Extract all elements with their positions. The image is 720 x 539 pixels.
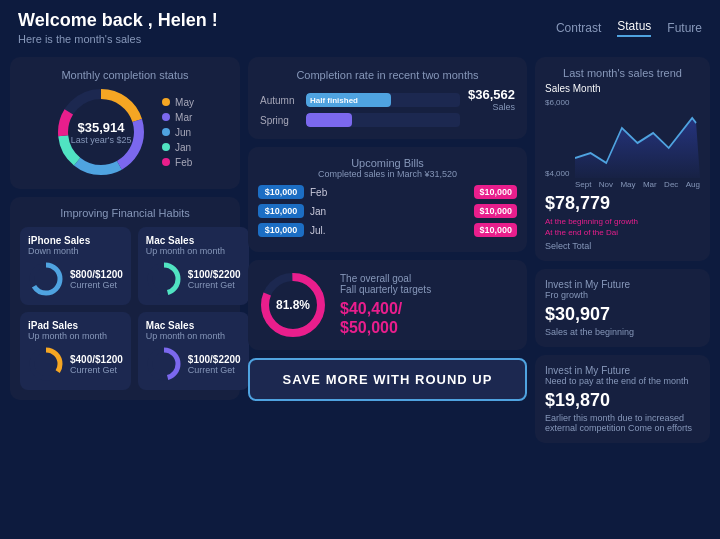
habit-mac2-vals: $100/$2200 Current Get xyxy=(188,354,241,375)
trend-amount: $78,779 xyxy=(545,193,700,214)
header-left: Welcome back , Helen ! Here is the month… xyxy=(18,10,218,45)
trend-card: Last month's sales trend Sales Month $6,… xyxy=(535,57,710,261)
completion-amount-area: $36,562 Sales xyxy=(468,87,515,112)
legend-dot-jun xyxy=(162,128,170,136)
trend-title: Last month's sales trend xyxy=(545,67,700,79)
invest1-title: Invest in My Future xyxy=(545,279,700,290)
habit-mac1: Mac Sales Up month on month $100/$2200 C… xyxy=(138,227,249,305)
goal-pct-label: 81.8% xyxy=(276,298,310,312)
page-title: Welcome back , Helen ! xyxy=(18,10,218,31)
y-label-bottom: $4,000 xyxy=(545,169,569,178)
goal-amounts: $40,400/$50,000 xyxy=(340,299,517,337)
habit-ipad-amount: $400/$1200 xyxy=(70,354,123,365)
comp-row-spring: Spring xyxy=(260,113,460,127)
habit-ipad-vals: $400/$1200 Current Get xyxy=(70,354,123,375)
habit-mac1-sub: Up month on month xyxy=(146,246,241,256)
habit-mac1-donut xyxy=(146,261,182,297)
comp-fill-autumn: Half finished xyxy=(306,93,391,107)
habit-iphone-row: $800/$1200 Current Get xyxy=(28,261,123,297)
comp-track-spring xyxy=(306,113,460,127)
habit-mac2-name: Mac Sales xyxy=(146,320,241,331)
habit-mac2-sub: Up month on month xyxy=(146,331,241,341)
header: Welcome back , Helen ! Here is the month… xyxy=(0,0,720,51)
habit-iphone-sub: Down month xyxy=(28,246,123,256)
habit-ipad-row: $400/$1200 Current Get xyxy=(28,346,123,382)
goal-card: 81.8% The overall goal Fall quarterly ta… xyxy=(248,260,527,350)
legend-dot-may xyxy=(162,98,170,106)
legend-jun: Jun xyxy=(162,127,194,138)
page-subtitle: Here is the month's sales xyxy=(18,33,218,45)
monthly-inner: $35,914 Last year's $25 May Mar xyxy=(22,87,228,177)
bills-card: Upcoming Bills Completed sales in March … xyxy=(248,147,527,252)
comp-label-spring: Spring xyxy=(260,115,298,126)
habit-ipad: iPad Sales Up month on month $400/$1200 … xyxy=(20,312,131,390)
bills-subtitle: Completed sales in March ¥31,520 xyxy=(258,169,517,179)
goal-title: The overall goal Fall quarterly targets xyxy=(340,273,517,295)
y-label-top: $6,000 xyxy=(545,98,569,107)
habits-grid: iPhone Sales Down month $800/$1200 Curre… xyxy=(20,227,230,390)
invest2-card: Invest in My Future Need to pay at the e… xyxy=(535,355,710,443)
legend-may: May xyxy=(162,97,194,108)
legend-jan: Jan xyxy=(162,142,194,153)
bill-row-1: $10,000 Jan $10,000 xyxy=(258,204,517,218)
habits-card: Improving Financial Habits iPhone Sales … xyxy=(10,197,240,400)
goal-donut: 81.8% xyxy=(258,270,328,340)
goal-info: The overall goal Fall quarterly targets … xyxy=(340,273,517,337)
habit-iphone-amount: $800/$1200 xyxy=(70,269,123,280)
habit-mac1-amount: $100/$2200 xyxy=(188,269,241,280)
left-column: Monthly completion status xyxy=(10,57,240,443)
monthly-amount: $35,914 xyxy=(71,120,132,135)
comp-fill-spring xyxy=(306,113,352,127)
bill-name-1: Jan xyxy=(310,206,468,217)
bill-row-0: $10,000 Feb $10,000 xyxy=(258,185,517,199)
bills-title: Upcoming Bills xyxy=(258,157,517,169)
trend-chart xyxy=(575,98,700,178)
habit-mac2-row: $100/$2200 Current Get xyxy=(146,346,241,382)
bill-badge-0: $10,000 xyxy=(258,185,304,199)
habit-ipad-get: Current Get xyxy=(70,365,123,375)
habit-mac2-donut xyxy=(146,346,182,382)
invest1-note: Sales at the beginning xyxy=(545,327,700,337)
trend-select: Select Total xyxy=(545,241,700,251)
habit-mac1-row: $100/$2200 Current Get xyxy=(146,261,241,297)
habit-mac2-amount: $100/$2200 xyxy=(188,354,241,365)
nav-future[interactable]: Future xyxy=(667,21,702,35)
habit-mac2: Mac Sales Up month on month $100/$2200 C… xyxy=(138,312,249,390)
nav-contrast[interactable]: Contrast xyxy=(556,21,601,35)
trend-x-labels: Sept Nov May Mar Dec Aug xyxy=(575,180,700,189)
comp-track-autumn: Half finished xyxy=(306,93,460,107)
trend-note: At the beginning of growth At the end of… xyxy=(545,216,700,238)
main-grid: Monthly completion status xyxy=(0,51,720,457)
completion-bars: Autumn Half finished Spring xyxy=(260,93,460,127)
completion-amount: $36,562 xyxy=(468,87,515,102)
habit-mac1-vals: $100/$2200 Current Get xyxy=(188,269,241,290)
comp-label-autumn: Autumn xyxy=(260,95,298,106)
habit-mac1-name: Mac Sales xyxy=(146,235,241,246)
right-column: Last month's sales trend Sales Month $6,… xyxy=(535,57,710,443)
monthly-legend: May Mar Jun Jan xyxy=(162,97,194,168)
invest2-amount: $19,870 xyxy=(545,390,700,411)
completion-sales-label: Sales xyxy=(468,102,515,112)
bill-amount-0: $10,000 xyxy=(474,185,517,199)
nav-status[interactable]: Status xyxy=(617,19,651,37)
bill-badge-1: $10,000 xyxy=(258,204,304,218)
legend-mar: Mar xyxy=(162,112,194,123)
monthly-title: Monthly completion status xyxy=(22,69,228,81)
habit-iphone-vals: $800/$1200 Current Get xyxy=(70,269,123,290)
bills-list: $10,000 Feb $10,000 $10,000 Jan $10,000 … xyxy=(258,185,517,237)
legend-dot-mar xyxy=(162,113,170,121)
legend-dot-jan xyxy=(162,143,170,151)
monthly-completion-card: Monthly completion status xyxy=(10,57,240,189)
monthly-sub: Last year's $25 xyxy=(71,135,132,145)
save-more-button[interactable]: SAVE MORE WITH ROUND UP xyxy=(248,358,527,401)
invest1-card: Invest in My Future Fro growth $30,907 S… xyxy=(535,269,710,347)
sales-month-label: Sales Month xyxy=(545,83,700,94)
habit-iphone: iPhone Sales Down month $800/$1200 Curre… xyxy=(20,227,131,305)
legend-dot-feb xyxy=(162,158,170,166)
habit-ipad-donut xyxy=(28,346,64,382)
habit-mac2-get: Current Get xyxy=(188,365,241,375)
invest2-subtitle: Need to pay at the end of the month xyxy=(545,376,700,386)
monthly-donut-label: $35,914 Last year's $25 xyxy=(71,120,132,145)
habit-iphone-get: Current Get xyxy=(70,280,123,290)
habit-ipad-name: iPad Sales xyxy=(28,320,123,331)
